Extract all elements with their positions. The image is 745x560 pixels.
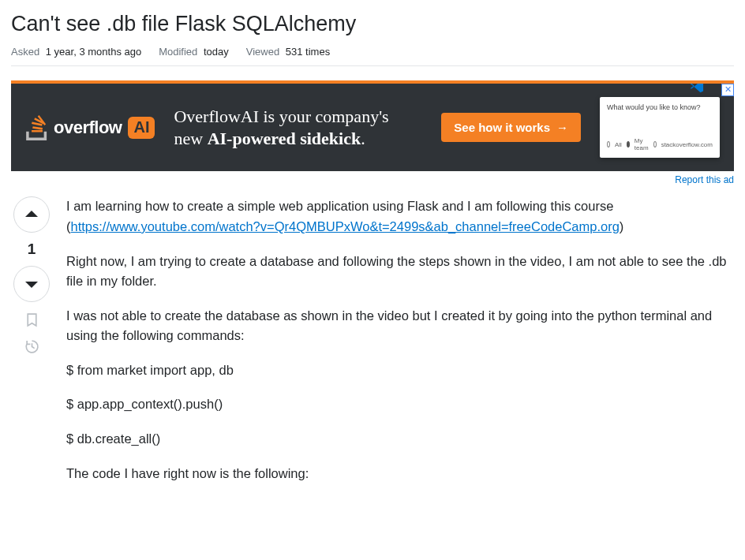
ad-panel-options: All My team stackoverflow.com	[607, 137, 713, 151]
caret-up-icon	[24, 207, 39, 222]
meta-modified: Modified today	[159, 46, 229, 58]
bookmark-button[interactable]	[22, 310, 41, 329]
meta-viewed-value: 531 times	[286, 46, 330, 58]
vote-score: 1	[28, 241, 36, 258]
question-meta: Asked 1 year, 3 months ago Modified toda…	[11, 46, 734, 66]
meta-asked: Asked 1 year, 3 months ago	[11, 46, 141, 58]
overflow-ai-logo: overflow AI	[25, 115, 155, 140]
body-p3: I was not able to create the database as…	[66, 306, 734, 346]
ad-logo-ai-badge: AI	[128, 117, 155, 139]
body-cmd1: $ from market import app, db	[66, 360, 734, 381]
ad-cta-button[interactable]: See how it works →	[441, 113, 581, 142]
downvote-button[interactable]	[13, 266, 50, 302]
radio-icon	[653, 141, 657, 147]
ad-copy-line1: OverflowAI is your company's	[174, 106, 422, 128]
ad-banner[interactable]: ✕ overflow AI OverflowAI is your company…	[11, 80, 734, 171]
body-p1: I am learning how to create a simple web…	[66, 196, 734, 237]
ad-copy-line2: new AI-powered sidekick.	[174, 128, 422, 150]
ad-panel-question: What would you like to know?	[607, 103, 713, 111]
meta-modified-value: today	[204, 46, 229, 58]
radio-icon	[607, 141, 610, 147]
meta-modified-label: Modified	[159, 46, 197, 58]
meta-viewed: Viewed 531 times	[246, 46, 330, 58]
radio-icon	[627, 141, 630, 147]
question-title[interactable]: Can't see .db file Flask SQLAlchemy	[11, 9, 734, 38]
body-p2: Right now, I am trying to create a datab…	[66, 252, 734, 292]
meta-asked-label: Asked	[11, 46, 39, 58]
ad-cta-label: See how it works	[454, 121, 550, 134]
ad-close-icon[interactable]: ✕	[721, 84, 734, 96]
stackoverflow-icon	[25, 115, 49, 140]
bookmark-icon	[24, 312, 39, 327]
ad-logo-text: overflow	[54, 118, 122, 138]
report-ad-link[interactable]: Report this ad	[11, 174, 734, 185]
history-icon	[24, 339, 39, 354]
body-p4: The code I have right now is the followi…	[66, 464, 734, 484]
post-layout: 1 I am learning how to create a simple w…	[11, 196, 734, 498]
ad-preview-panel: What would you like to know? All My team…	[600, 97, 720, 158]
vscode-icon	[690, 80, 704, 94]
meta-viewed-label: Viewed	[246, 46, 279, 58]
body-cmd3: $ db.create_all()	[66, 429, 734, 450]
youtube-link[interactable]: https://www.youtube.com/watch?v=Qr4QMBUP…	[71, 219, 620, 233]
arrow-right-icon: →	[556, 121, 568, 134]
body-cmd2: $ app.app_context().push()	[66, 394, 734, 415]
post-body: I am learning how to create a simple web…	[66, 196, 734, 498]
caret-down-icon	[24, 277, 39, 291]
activity-button[interactable]	[22, 337, 41, 356]
ad-headline: OverflowAI is your company's new AI-powe…	[174, 106, 422, 149]
vote-cell: 1	[11, 196, 52, 498]
meta-asked-value: 1 year, 3 months ago	[46, 46, 141, 58]
upvote-button[interactable]	[13, 196, 50, 233]
